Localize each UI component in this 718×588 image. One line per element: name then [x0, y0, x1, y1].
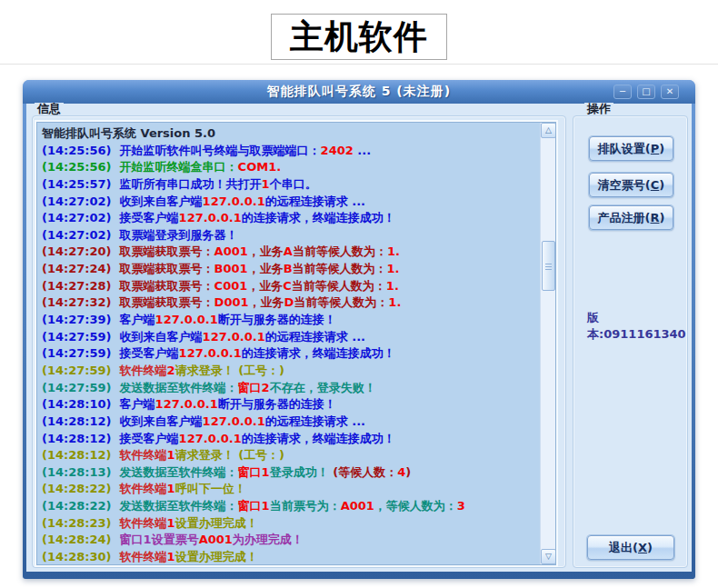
minimize-button[interactable]: ─ [613, 85, 632, 99]
log-line[interactable]: (14:27:59) 收到来自客户端127.0.0.1的远程连接请求 ... [42, 329, 540, 346]
product-register-button[interactable]: 产品注册(R) [589, 205, 673, 230]
log-line[interactable]: (14:27:02) 取票端登录到服务器！ [42, 227, 540, 244]
scroll-thumb[interactable] [542, 241, 555, 291]
scroll-down-icon: ▽ [545, 552, 552, 561]
log-line[interactable]: 智能排队叫号系统 Version 5.0 [42, 125, 540, 143]
client-area: 信息 智能排队叫号系统 Version 5.0(14:25:56) 开始监听软件… [26, 104, 692, 572]
title-bar[interactable]: 智能排队叫号系统 5 (未注册) ─ □ ✕ [23, 80, 695, 104]
log-line[interactable]: (14:28:12) 收到来自客户端127.0.0.1的远程连接请求 ... [42, 414, 540, 431]
log-list[interactable]: 智能排队叫号系统 Version 5.0(14:25:56) 开始监听软件叫号终… [36, 122, 556, 565]
log-line[interactable]: (14:28:12) 接受客户端127.0.0.1的连接请求，终端连接成功！ [42, 431, 540, 448]
header-divider [0, 64, 718, 65]
scroll-down-button[interactable]: ▽ [541, 549, 556, 564]
window-title: 智能排队叫号系统 5 (未注册) [23, 84, 695, 100]
log-scrollbar[interactable]: △ ▽ [540, 123, 555, 564]
log-line[interactable]: (14:27:59) 接受客户端127.0.0.1的连接请求，终端连接成功！ [42, 345, 540, 363]
info-group-label: 信息 [35, 103, 64, 115]
log-line[interactable]: (14:25:57) 监听所有串口成功！共打开1个串口。 [42, 176, 540, 194]
app-window: 智能排队叫号系统 5 (未注册) ─ □ ✕ 信息 智能排队叫号系统 Versi… [23, 80, 695, 579]
queue-settings-button[interactable]: 排队设置(P) [589, 136, 673, 161]
close-button[interactable]: ✕ [661, 85, 679, 99]
exit-button[interactable]: 退出(X) [587, 535, 674, 560]
log-line[interactable]: (14:25:56) 开始监听软件叫号终端与取票端端口：2402 ... [42, 143, 540, 160]
log-rows: 智能排队叫号系统 Version 5.0(14:25:56) 开始监听软件叫号终… [37, 123, 540, 564]
page-title: 主机软件 [290, 15, 428, 60]
version-label: 版本:0911161340 [587, 310, 687, 343]
window-controls: ─ □ ✕ [613, 85, 679, 99]
clear-tickets-button[interactable]: 清空票号(C) [589, 173, 673, 197]
log-line[interactable]: (14:28:13) 发送数据至软件终端：窗口1登录成功！ (等候人数：4) [42, 464, 540, 482]
maximize-icon: □ [642, 86, 650, 96]
minimize-icon: ─ [620, 86, 625, 96]
log-line[interactable]: (14:28:23) 软件终端1设置办理完成！ [42, 515, 540, 533]
log-line[interactable]: (14:28:10) 客户端127.0.0.1断开与服务器的连接！ [42, 396, 540, 414]
maximize-button[interactable]: □ [637, 85, 655, 99]
log-line[interactable]: (14:27:59) 软件终端2请求登录！ (工号：) [42, 363, 540, 380]
log-line[interactable]: (14:27:39) 客户端127.0.0.1断开与服务器的连接！ [42, 312, 540, 329]
log-line[interactable]: (14:25:56) 开始监听终端盒串口：COM1. [42, 159, 540, 176]
ops-group-label: 操作 [584, 103, 613, 115]
log-line[interactable]: (14:27:59) 发送数据至软件终端：窗口2不存在，登录失败！ [42, 380, 540, 397]
log-line[interactable]: (14:27:02) 收到来自客户端127.0.0.1的远程连接请求 ... [42, 194, 540, 211]
log-line[interactable]: (14:27:32) 取票端获取票号：D001，业务D当前等候人数为：1. [42, 294, 540, 312]
log-line[interactable]: (14:28:22) 发送数据至软件终端：窗口1当前票号为：A001，等候人数为… [42, 498, 540, 515]
log-line[interactable]: (14:28:30) 软件终端1设置办理完成！ [42, 549, 540, 564]
page-title-box: 主机软件 [271, 14, 447, 60]
scroll-up-button[interactable]: △ [541, 123, 556, 138]
log-line[interactable]: (14:27:24) 取票端获取票号：B001，业务B当前等候人数为：1. [42, 261, 540, 278]
page: 主机软件 智能排队叫号系统 5 (未注册) ─ □ ✕ 信息 智能排队叫号系统 [0, 0, 718, 588]
log-line[interactable]: (14:28:22) 软件终端1呼叫下一位！ [42, 481, 540, 498]
log-line[interactable]: (14:27:20) 取票端获取票号：A001，业务A当前等候人数为：1. [42, 244, 540, 261]
scroll-up-icon: △ [545, 125, 552, 135]
log-line[interactable]: (14:28:12) 软件终端1请求登录！ (工号：) [42, 447, 540, 464]
log-line[interactable]: (14:28:24) 窗口1设置票号A001为办理完成！ [42, 532, 540, 549]
close-icon: ✕ [666, 86, 673, 96]
log-line[interactable]: (14:27:28) 取票端获取票号：C001，业务C当前等候人数为：1. [42, 278, 540, 295]
log-line[interactable]: (14:27:02) 接受客户端127.0.0.1的连接请求，终端连接成功！ [42, 210, 540, 227]
